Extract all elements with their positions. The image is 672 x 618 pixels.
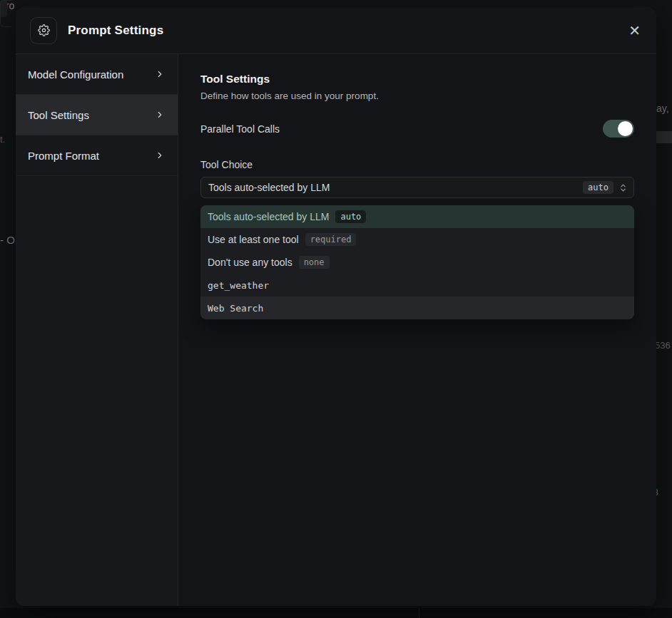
sidebar-item-label: Prompt Format [28, 150, 155, 162]
chevron-right-icon [155, 150, 165, 160]
option-label: Don't use any tools [208, 257, 292, 268]
option-badge: none [299, 256, 330, 269]
tool-choice-dropdown: Tools auto-selected by LLM auto Use at l… [200, 205, 634, 319]
backdrop-text-fragment: - O [0, 234, 15, 246]
sidebar-item-model-configuration[interactable]: Model Configuration [16, 54, 178, 95]
dialog-body: Model Configuration Tool Settings Prompt… [16, 54, 656, 606]
parallel-tool-calls-row: Parallel Tool Calls [200, 120, 634, 138]
tool-choice-selected-value: Tools auto-selected by LLM [208, 182, 583, 193]
dropdown-option-none[interactable]: Don't use any tools none [200, 251, 634, 274]
backdrop-divider [419, 608, 419, 618]
chevron-right-icon [155, 69, 165, 79]
prompt-settings-dialog: Prompt Settings ✕ Model Configuration To… [16, 7, 656, 606]
backdrop-text-fragment: t. [0, 134, 5, 145]
option-label: get_weather [208, 280, 269, 291]
settings-gear-button[interactable] [30, 17, 57, 44]
backdrop-shape [656, 131, 672, 143]
parallel-tool-calls-label: Parallel Tool Calls [200, 123, 280, 135]
sidebar-item-label: Model Configuration [28, 68, 155, 81]
option-badge: required [305, 233, 357, 246]
settings-sidebar: Model Configuration Tool Settings Prompt… [16, 54, 178, 606]
tool-choice-select[interactable]: Tools auto-selected by LLM auto [200, 177, 634, 198]
chevron-right-icon [155, 110, 165, 120]
gear-icon [38, 24, 50, 36]
dialog-title: Prompt Settings [68, 24, 163, 38]
sidebar-item-label: Tool Settings [28, 109, 155, 121]
option-label: Web Search [208, 303, 263, 314]
dialog-header: Prompt Settings ✕ [16, 7, 656, 54]
panel-heading: Tool Settings [200, 73, 634, 86]
option-label: Tools auto-selected by LLM [208, 211, 329, 222]
option-badge: auto [335, 210, 366, 223]
tool-choice-selected-badge: auto [583, 181, 614, 194]
backdrop-shape [0, 0, 11, 27]
dropdown-option-get-weather[interactable]: get_weather [200, 274, 634, 297]
toggle-knob [618, 121, 633, 136]
dropdown-option-web-search[interactable]: Web Search [200, 297, 634, 319]
tool-choice-label: Tool Choice [200, 159, 634, 170]
panel-subtitle: Define how tools are used in your prompt… [200, 91, 634, 101]
tool-settings-panel: Tool Settings Define how tools are used … [178, 54, 656, 606]
backdrop-text-fragment: ay, [656, 103, 669, 114]
backdrop-text-fragment: 536 [655, 340, 671, 351]
chevron-up-down-icon [618, 183, 628, 192]
dropdown-option-required[interactable]: Use at least one tool required [200, 228, 634, 251]
close-button[interactable]: ✕ [628, 24, 641, 38]
backdrop-bottom-strip [0, 608, 672, 618]
dropdown-option-auto[interactable]: Tools auto-selected by LLM auto [200, 205, 634, 228]
sidebar-item-tool-settings[interactable]: Tool Settings [16, 95, 178, 135]
parallel-tool-calls-toggle[interactable] [603, 120, 634, 138]
option-label: Use at least one tool [208, 234, 299, 245]
sidebar-item-prompt-format[interactable]: Prompt Format [16, 135, 178, 176]
